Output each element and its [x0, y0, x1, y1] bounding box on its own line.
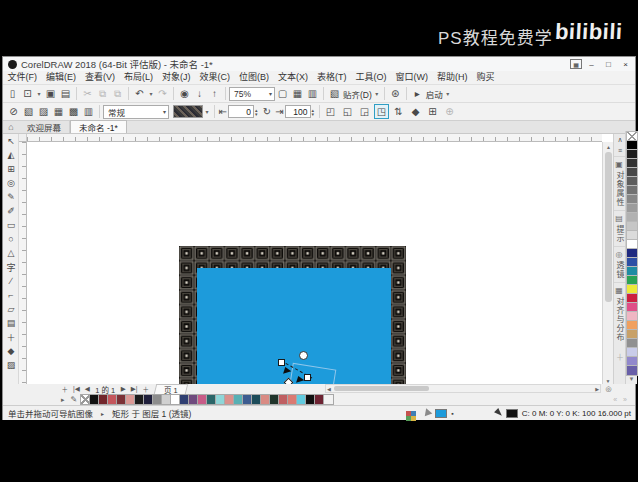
undo-icon[interactable]: ↶: [132, 86, 147, 101]
docker-tab[interactable]: ◎透镜: [614, 246, 625, 282]
options-gear-icon[interactable]: ⊛: [388, 86, 403, 101]
color-swatch[interactable]: [627, 213, 637, 222]
color-swatch[interactable]: [627, 267, 637, 276]
color-swatch[interactable]: [243, 395, 252, 404]
snap-to-icon[interactable]: ▧: [327, 86, 342, 101]
color-swatch[interactable]: [297, 395, 306, 404]
vertical-scroll-thumb[interactable]: [605, 152, 612, 302]
color-swatch[interactable]: [627, 366, 637, 375]
no-transparency-icon[interactable]: ⊘: [6, 104, 21, 119]
color-swatch[interactable]: [627, 339, 637, 348]
save-icon[interactable]: ▣: [43, 86, 58, 101]
docker-tab[interactable]: ▣对象属性: [614, 156, 625, 210]
cut-icon[interactable]: ✂: [80, 86, 95, 101]
uniform-transparency-icon[interactable]: ▧: [21, 104, 36, 119]
color-swatch[interactable]: [135, 395, 144, 404]
color-swatch[interactable]: [627, 321, 637, 330]
color-swatch[interactable]: [627, 249, 637, 258]
welcome-toggle-icon[interactable]: ▦: [570, 59, 582, 69]
picker-dropdown-icon[interactable]: ▾: [203, 104, 211, 119]
vertical-scrollbar[interactable]: ▲ ▼: [602, 142, 613, 384]
color-swatch[interactable]: [627, 204, 637, 213]
color-swatch[interactable]: [627, 330, 637, 339]
menu-item[interactable]: 位图(B): [235, 71, 274, 84]
eyedropper-icon[interactable]: ✎: [71, 395, 78, 404]
vector-pattern-transparency-icon[interactable]: ▦: [51, 104, 66, 119]
vertical-ruler[interactable]: [19, 142, 27, 384]
merge-mode-select[interactable]: 常规 ▾: [103, 105, 169, 119]
ellipse-tool[interactable]: ○: [3, 232, 19, 246]
menu-item[interactable]: 表格(T): [313, 71, 352, 84]
color-swatch[interactable]: [627, 276, 637, 285]
menu-item[interactable]: 效果(C): [195, 71, 235, 84]
color-swatch[interactable]: [207, 395, 216, 404]
zoom-tool[interactable]: ◎: [3, 176, 19, 190]
color-swatch[interactable]: [627, 294, 637, 303]
snap-to-label[interactable]: 贴齐(D): [343, 88, 372, 100]
show-grid-icon[interactable]: ▥: [305, 86, 320, 101]
color-swatch[interactable]: [198, 395, 207, 404]
page-tab[interactable]: 页 1: [154, 384, 188, 394]
interactive-fill-tool[interactable]: ◆: [3, 344, 19, 358]
color-swatch[interactable]: [627, 303, 637, 312]
menu-item[interactable]: 布局(L): [120, 71, 158, 84]
color-swatch[interactable]: [261, 395, 270, 404]
artistic-media-tool[interactable]: ✐: [3, 204, 19, 218]
horizontal-scrollbar[interactable]: ◀ ▶: [325, 384, 601, 393]
palette-flyout-icon[interactable]: ▸: [61, 396, 65, 404]
horizontal-ruler[interactable]: [27, 134, 602, 142]
home-icon[interactable]: ⌂: [3, 120, 19, 133]
new-document-icon[interactable]: ▯: [5, 86, 20, 101]
end-transparency-input[interactable]: [285, 105, 311, 118]
first-page-button[interactable]: |◀: [71, 385, 83, 393]
color-swatch[interactable]: [189, 395, 198, 404]
palette-expand-icon[interactable]: « »: [613, 396, 629, 403]
tab-untitled-document[interactable]: 未命名 -1*: [70, 120, 127, 133]
color-swatch[interactable]: [627, 357, 637, 366]
zoom-level-select[interactable]: 75% ▾: [229, 87, 275, 101]
show-rulers-icon[interactable]: ▦: [290, 86, 305, 101]
parallel-dimension-tool[interactable]: ∕: [3, 274, 19, 288]
polygon-tool[interactable]: △: [3, 246, 19, 260]
redo-icon[interactable]: ↷: [155, 86, 170, 101]
color-swatch[interactable]: [315, 395, 324, 404]
color-swatch[interactable]: [627, 258, 637, 267]
transparency-picker-chip[interactable]: [173, 105, 203, 118]
color-swatch[interactable]: [324, 395, 333, 404]
copy-transparency-icon[interactable]: ◆: [408, 104, 423, 119]
color-swatch[interactable]: [627, 141, 637, 150]
color-swatch[interactable]: [627, 150, 637, 159]
color-swatch[interactable]: [108, 395, 117, 404]
export-icon[interactable]: ↑: [207, 86, 222, 101]
navigator-zoom-icon[interactable]: ◎: [603, 384, 614, 393]
start-transparency-input[interactable]: [228, 105, 254, 118]
open-dropdown[interactable]: ▾: [35, 86, 43, 101]
copy-icon[interactable]: ⧉: [95, 86, 110, 101]
fountain-transparency-icon[interactable]: ▨: [36, 104, 51, 119]
transparency-picker-icon[interactable]: ⊞: [425, 104, 440, 119]
title-bar[interactable]: CorelDRAW 2018 (64-Bit 评估版) - 未命名 -1* ▦ …: [3, 57, 635, 71]
launch-label[interactable]: 启动: [426, 88, 443, 100]
docker-tab[interactable]: ▤提示: [614, 210, 625, 246]
menu-item[interactable]: 帮助(H): [433, 71, 473, 84]
color-swatch[interactable]: [252, 395, 261, 404]
open-icon[interactable]: ⊡: [20, 86, 35, 101]
fill-target-icon[interactable]: ◲: [357, 104, 372, 119]
horizontal-scroll-thumb[interactable]: [334, 386, 429, 391]
color-swatch[interactable]: [126, 395, 135, 404]
start-node-handle[interactable]: [278, 359, 285, 366]
launch-dropdown-icon[interactable]: ▾: [444, 86, 452, 101]
next-page-button[interactable]: ▶: [118, 385, 128, 393]
maximize-button[interactable]: □: [601, 58, 616, 70]
previous-page-button[interactable]: ◀: [82, 385, 92, 393]
no-color-swatch[interactable]: [81, 395, 90, 404]
color-swatch[interactable]: [162, 395, 171, 404]
palette-scroll-down-icon[interactable]: ▼: [629, 376, 635, 382]
close-button[interactable]: ×: [618, 58, 633, 70]
no-color-swatch[interactable]: [627, 132, 637, 141]
color-swatch[interactable]: [171, 395, 180, 404]
color-swatch[interactable]: [627, 222, 637, 231]
color-swatch[interactable]: [627, 348, 637, 357]
smart-fill-tool[interactable]: ▨: [3, 358, 19, 372]
color-swatch[interactable]: [627, 231, 637, 240]
